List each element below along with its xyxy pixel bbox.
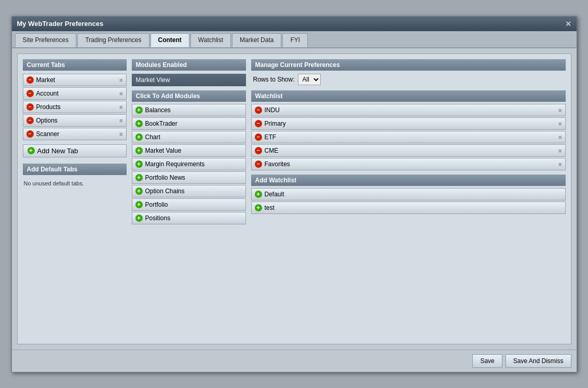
- tab-trading-preferences[interactable]: Trading Preferences: [77, 33, 149, 47]
- add-module-icon: +: [135, 120, 143, 127]
- tab-site-preferences[interactable]: Site Preferences: [15, 33, 77, 47]
- preferences-dialog: My WebTrader Preferences ✕ Site Preferen…: [11, 16, 577, 372]
- tab-item[interactable]: – Account ≡: [23, 87, 127, 100]
- add-module-icon: +: [135, 133, 143, 141]
- tab-item-label: Products: [36, 103, 61, 111]
- module-item[interactable]: + Option Chains: [132, 185, 246, 197]
- remove-icon[interactable]: –: [26, 117, 34, 124]
- drag-watchlist-icon: ≡: [558, 121, 562, 127]
- drag-icon: ≡: [119, 117, 122, 124]
- drag-watchlist-icon: ≡: [558, 148, 562, 154]
- add-default-tabs-section: Add Default Tabs No unused default tabs.: [23, 164, 127, 189]
- tab-market-data[interactable]: Market Data: [232, 33, 281, 47]
- tab-item-label: Account: [36, 90, 59, 97]
- module-item-label: Option Chains: [145, 188, 185, 195]
- module-item-label: BookTrader: [145, 120, 177, 127]
- module-item-label: Portfolio: [145, 201, 168, 208]
- current-tabs-header: Current Tabs: [23, 59, 127, 71]
- add-module-icon: +: [135, 160, 143, 168]
- close-button[interactable]: ✕: [565, 20, 571, 28]
- remove-watchlist-icon[interactable]: –: [255, 106, 262, 114]
- watchlist-item[interactable]: – Favorites ≡: [251, 158, 566, 170]
- module-item[interactable]: + Chart: [132, 131, 246, 143]
- watchlist-item-left: – CME: [255, 147, 279, 154]
- remove-icon[interactable]: –: [26, 130, 34, 138]
- manage-prefs-header: Manage Current Preferences: [251, 59, 566, 71]
- watchlist-item-label: Favorites: [265, 160, 290, 168]
- remove-icon[interactable]: –: [26, 90, 34, 97]
- tab-item-label: Market: [36, 76, 56, 84]
- tab-item[interactable]: – Scanner ≡: [23, 128, 127, 140]
- watchlist-item-label: ETF: [265, 133, 277, 141]
- tab-item-left: – Options: [26, 117, 58, 124]
- drag-icon: ≡: [119, 131, 122, 137]
- add-module-icon: +: [135, 188, 143, 195]
- content-area: Current Tabs – Market ≡ – Account ≡ – Pr…: [17, 53, 571, 344]
- remove-icon[interactable]: –: [26, 76, 34, 84]
- module-item-label: Margin Requirements: [145, 160, 205, 168]
- module-item[interactable]: + Margin Requirements: [132, 158, 246, 170]
- save-and-dismiss-button[interactable]: Save And Dismiss: [505, 354, 571, 368]
- watchlist-item[interactable]: – Primary ≡: [251, 117, 566, 130]
- current-tab-list: – Market ≡ – Account ≡ – Products ≡ – Op…: [23, 74, 127, 140]
- remove-watchlist-icon[interactable]: –: [255, 160, 262, 168]
- tab-item[interactable]: – Options ≡: [23, 114, 127, 127]
- no-default-text: No unused default tabs.: [23, 178, 127, 189]
- rows-to-show-row: Rows to Show: All5101520: [251, 74, 566, 85]
- click-to-add-header: Click To Add Modules: [132, 90, 246, 102]
- tab-fyi[interactable]: FYI: [282, 33, 308, 47]
- drag-icon: ≡: [119, 77, 122, 83]
- add-watchlist-icon: +: [255, 191, 262, 198]
- module-item[interactable]: + Portfolio News: [132, 171, 246, 184]
- rows-to-show-select[interactable]: All5101520: [298, 74, 321, 85]
- add-new-tab-button[interactable]: + Add New Tab: [23, 144, 127, 157]
- add-default-tabs-header: Add Default Tabs: [23, 164, 127, 175]
- middle-column: Modules Enabled Market View Click To Add…: [132, 59, 246, 339]
- tab-watchlist[interactable]: Watchlist: [190, 33, 231, 47]
- add-watchlist-item[interactable]: + test: [251, 202, 566, 214]
- watchlist-item-label: CME: [265, 147, 279, 154]
- watchlist-header: Watchlist: [251, 90, 566, 102]
- remove-watchlist-icon[interactable]: –: [255, 147, 262, 154]
- add-watchlist-item-label: test: [265, 204, 275, 211]
- module-item[interactable]: + Market Value: [132, 144, 246, 157]
- add-watchlist-item[interactable]: + Default: [251, 188, 566, 200]
- module-item[interactable]: + Balances: [132, 104, 246, 116]
- market-view-item[interactable]: Market View: [132, 74, 246, 86]
- module-item-label: Balances: [145, 106, 171, 114]
- add-icon: +: [28, 147, 35, 154]
- tab-content[interactable]: Content: [151, 33, 189, 47]
- tabs-bar: Site PreferencesTrading PreferencesConte…: [12, 31, 577, 48]
- save-button[interactable]: Save: [472, 354, 502, 368]
- module-item[interactable]: + Positions: [132, 212, 246, 224]
- drag-icon: ≡: [119, 90, 122, 97]
- tab-item-label: Scanner: [36, 130, 60, 138]
- watchlist-item[interactable]: – CME ≡: [251, 144, 566, 157]
- module-item[interactable]: + BookTrader: [132, 117, 246, 130]
- add-watchlist-item-label: Default: [265, 191, 284, 198]
- module-item[interactable]: + Portfolio: [132, 198, 246, 211]
- remove-watchlist-icon[interactable]: –: [255, 120, 262, 127]
- tab-item-label: Options: [36, 117, 58, 124]
- add-module-icon: +: [135, 174, 143, 181]
- tab-item[interactable]: – Market ≡: [23, 74, 127, 86]
- add-watchlist-icon: +: [255, 204, 262, 211]
- watchlist-item[interactable]: – ETF ≡: [251, 131, 566, 143]
- drag-watchlist-icon: ≡: [558, 134, 562, 140]
- module-item-label: Portfolio News: [145, 174, 185, 181]
- watchlist-item-left: – ETF: [255, 133, 277, 141]
- watchlist-item[interactable]: – INDU ≡: [251, 104, 566, 116]
- module-item-label: Chart: [145, 133, 160, 141]
- add-module-icon: +: [135, 201, 143, 208]
- watchlist-item-label: INDU: [265, 106, 280, 114]
- remove-watchlist-icon[interactable]: –: [255, 133, 262, 141]
- dialog-title: My WebTrader Preferences: [17, 20, 104, 28]
- drag-watchlist-icon: ≡: [558, 161, 562, 167]
- footer: Save Save And Dismiss: [12, 350, 577, 372]
- modules-enabled-header: Modules Enabled: [132, 59, 246, 71]
- tab-item[interactable]: – Products ≡: [23, 101, 127, 113]
- tab-item-left: – Account: [26, 90, 59, 97]
- remove-icon[interactable]: –: [26, 103, 34, 111]
- tab-item-left: – Market: [26, 76, 56, 84]
- left-column: Current Tabs – Market ≡ – Account ≡ – Pr…: [23, 59, 127, 339]
